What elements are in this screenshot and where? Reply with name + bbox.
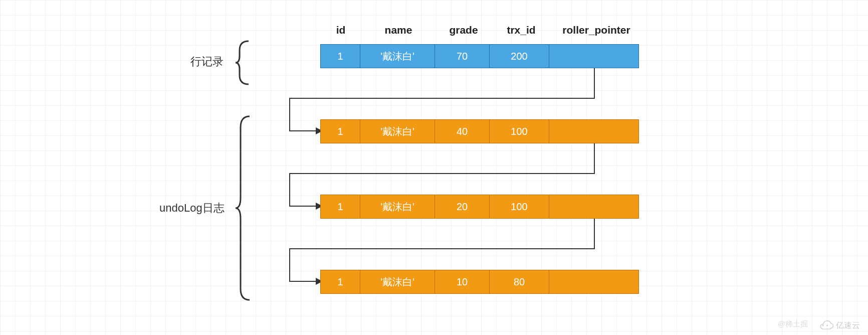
brace-undolog bbox=[235, 115, 252, 301]
cell-grade: 20 bbox=[435, 195, 490, 219]
cell-grade: 10 bbox=[435, 270, 490, 294]
undolog-label: undoLog日志 bbox=[159, 201, 225, 216]
header-ptr: roller_pointer bbox=[551, 24, 641, 36]
undo-record-3: 1 '戴沫白' 10 80 bbox=[321, 270, 639, 294]
undo-record-2: 1 '戴沫白' 20 100 bbox=[321, 195, 639, 219]
cell-grade: 40 bbox=[435, 119, 490, 143]
cell-ptr bbox=[549, 44, 639, 68]
header-grade: grade bbox=[436, 24, 491, 36]
cloud-icon bbox=[817, 320, 834, 331]
cell-ptr bbox=[549, 119, 639, 143]
svg-point-4 bbox=[826, 325, 828, 326]
cell-ptr bbox=[549, 195, 639, 219]
header-id: id bbox=[321, 24, 361, 36]
diagram-canvas: id name grade trx_id roller_pointer 行记录 … bbox=[0, 0, 868, 335]
cell-grade: 70 bbox=[435, 44, 490, 68]
column-headers: id name grade trx_id roller_pointer bbox=[321, 24, 641, 36]
brace-row-record bbox=[235, 40, 250, 85]
cell-id: 1 bbox=[320, 119, 360, 143]
cell-ptr bbox=[549, 270, 639, 294]
undo-record-1: 1 '戴沫白' 40 100 bbox=[321, 119, 639, 143]
cell-trx: 100 bbox=[489, 119, 549, 143]
cell-name: '戴沫白' bbox=[360, 270, 435, 294]
cell-name: '戴沫白' bbox=[360, 119, 435, 143]
cell-name: '戴沫白' bbox=[360, 44, 435, 68]
cell-trx: 200 bbox=[489, 44, 549, 68]
cell-name: '戴沫白' bbox=[360, 195, 435, 219]
watermark-text: 亿速云 bbox=[836, 320, 860, 331]
watermark-juejin: @稀土掘 bbox=[778, 319, 808, 329]
cell-id: 1 bbox=[320, 270, 360, 294]
svg-point-3 bbox=[822, 325, 824, 326]
row-record: 1 '戴沫白' 70 200 bbox=[321, 44, 639, 68]
row-record-label: 行记录 bbox=[190, 54, 224, 69]
cell-id: 1 bbox=[320, 44, 360, 68]
watermark-yisu: 亿速云 bbox=[817, 320, 860, 331]
cell-trx: 100 bbox=[489, 195, 549, 219]
header-name: name bbox=[361, 24, 436, 36]
cell-id: 1 bbox=[320, 195, 360, 219]
header-trx: trx_id bbox=[491, 24, 551, 36]
cell-trx: 80 bbox=[489, 270, 549, 294]
